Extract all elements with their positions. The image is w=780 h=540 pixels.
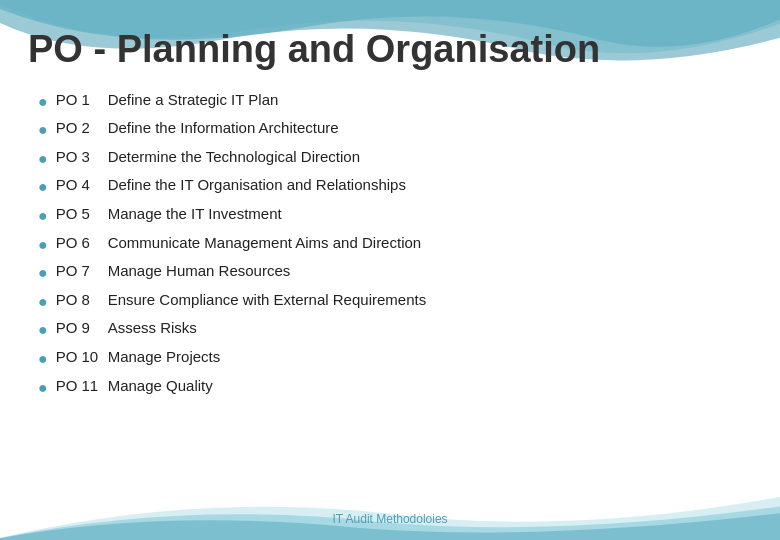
list-item: ●PO 7Manage Human Resources xyxy=(38,261,760,284)
po-description: Communicate Management Aims and Directio… xyxy=(108,233,421,253)
po-code: PO 11 xyxy=(56,376,108,396)
bullet-icon: ● xyxy=(38,262,48,284)
bullet-icon: ● xyxy=(38,377,48,399)
bullet-icon: ● xyxy=(38,319,48,341)
bullet-icon: ● xyxy=(38,148,48,170)
wave-bottom-decoration xyxy=(0,480,780,540)
po-code: PO 4 xyxy=(56,175,108,195)
po-description: Define the IT Organisation and Relations… xyxy=(108,175,406,195)
bullet-icon: ● xyxy=(38,348,48,370)
po-description: Define a Strategic IT Plan xyxy=(108,90,279,110)
po-description: Assess Risks xyxy=(108,318,197,338)
po-code: PO 1 xyxy=(56,90,108,110)
po-code: PO 10 xyxy=(56,347,108,367)
po-code: PO 5 xyxy=(56,204,108,224)
list-item: ●PO 8Ensure Compliance with External Req… xyxy=(38,290,760,313)
list-item: ●PO 6Communicate Management Aims and Dir… xyxy=(38,233,760,256)
po-description: Manage Quality xyxy=(108,376,213,396)
list-item: ●PO 9Assess Risks xyxy=(38,318,760,341)
list-item: ●PO 5Manage the IT Investment xyxy=(38,204,760,227)
list-item: ●PO 11Manage Quality xyxy=(38,376,760,399)
po-code: PO 9 xyxy=(56,318,108,338)
slide-title: PO - Planning and Organisation xyxy=(28,28,780,72)
po-description: Define the Information Architecture xyxy=(108,118,339,138)
po-description: Manage the IT Investment xyxy=(108,204,282,224)
po-code: PO 7 xyxy=(56,261,108,281)
bullet-icon: ● xyxy=(38,291,48,313)
po-code: PO 2 xyxy=(56,118,108,138)
po-list: ●PO 1Define a Strategic IT Plan●PO 2Defi… xyxy=(38,90,760,399)
po-description: Manage Human Resources xyxy=(108,261,291,281)
list-item: ●PO 2Define the Information Architecture xyxy=(38,118,760,141)
bullet-icon: ● xyxy=(38,119,48,141)
list-item: ●PO 10Manage Projects xyxy=(38,347,760,370)
po-description: Determine the Technological Direction xyxy=(108,147,360,167)
po-description: Manage Projects xyxy=(108,347,221,367)
bullet-icon: ● xyxy=(38,234,48,256)
footer-text: IT Audit Methodoloies xyxy=(0,512,780,526)
po-code: PO 8 xyxy=(56,290,108,310)
po-code: PO 6 xyxy=(56,233,108,253)
list-item: ●PO 4Define the IT Organisation and Rela… xyxy=(38,175,760,198)
bullet-icon: ● xyxy=(38,91,48,113)
content-area: ●PO 1Define a Strategic IT Plan●PO 2Defi… xyxy=(38,90,760,399)
po-code: PO 3 xyxy=(56,147,108,167)
bullet-icon: ● xyxy=(38,205,48,227)
list-item: ●PO 1Define a Strategic IT Plan xyxy=(38,90,760,113)
title-area: PO - Planning and Organisation xyxy=(28,28,780,72)
po-description: Ensure Compliance with External Requirem… xyxy=(108,290,426,310)
bullet-icon: ● xyxy=(38,176,48,198)
list-item: ●PO 3Determine the Technological Directi… xyxy=(38,147,760,170)
slide: PO - Planning and Organisation ●PO 1Defi… xyxy=(0,0,780,540)
